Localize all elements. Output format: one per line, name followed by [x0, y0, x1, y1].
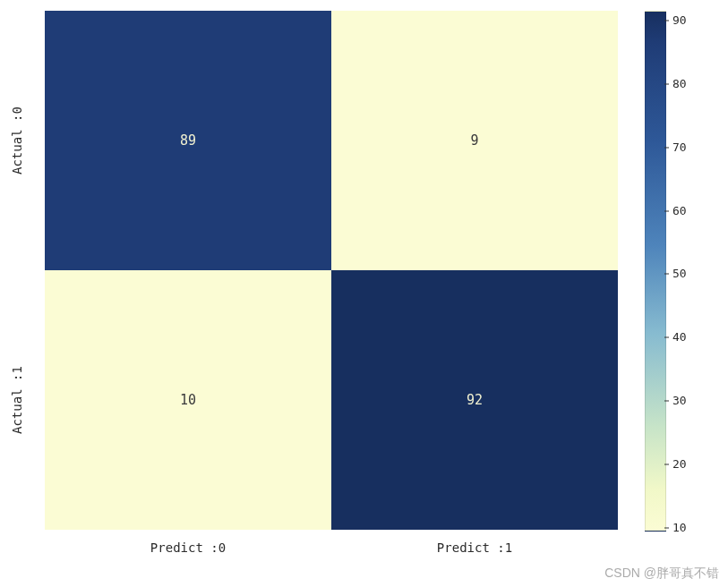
colorbar-tick-30: 30	[664, 394, 687, 407]
x-axis-label-0: Predict :0	[45, 540, 331, 555]
tick-label: 90	[672, 13, 687, 27]
cell-actual0-predict0: 89	[45, 11, 331, 270]
colorbar-tick-40: 40	[664, 330, 687, 344]
tick-label: 30	[672, 394, 687, 407]
y-axis-label-0: Actual :0	[11, 11, 23, 270]
cell-actual1-predict1: 92	[331, 270, 618, 530]
tick-label: 20	[672, 456, 687, 470]
tick-label: 70	[672, 140, 687, 153]
colorbar-tick-60: 60	[664, 203, 687, 217]
colorbar-gradient	[645, 11, 666, 532]
heatmap-grid: 89 9 10 92	[45, 11, 618, 530]
colorbar-tick-20: 20	[664, 456, 687, 470]
confusion-matrix-heatmap: 89 9 10 92 Actual :0 Actual :1 Predict :…	[45, 11, 618, 530]
colorbar: 90 80 70 60 50 40 30 20 10	[645, 11, 698, 530]
cell-actual1-predict0: 10	[45, 270, 331, 530]
tick-label: 10	[672, 520, 687, 533]
watermark-text: CSDN @胖哥真不错	[604, 566, 719, 582]
colorbar-tick-50: 50	[664, 267, 687, 280]
colorbar-tick-70: 70	[664, 140, 687, 153]
y-axis-label-1: Actual :1	[11, 270, 23, 530]
cell-value: 9	[470, 132, 478, 149]
colorbar-tick-10: 10	[664, 520, 687, 533]
tick-label: 80	[672, 77, 687, 90]
colorbar-tick-80: 80	[664, 77, 687, 90]
colorbar-tick-90: 90	[664, 13, 687, 27]
tick-label: 50	[672, 267, 687, 280]
cell-value: 89	[180, 132, 196, 149]
cell-value: 10	[180, 392, 196, 408]
cell-actual0-predict1: 9	[331, 11, 618, 270]
cell-value: 92	[467, 392, 483, 408]
tick-label: 40	[672, 330, 687, 344]
tick-label: 60	[672, 203, 687, 217]
x-axis-label-1: Predict :1	[331, 540, 618, 555]
